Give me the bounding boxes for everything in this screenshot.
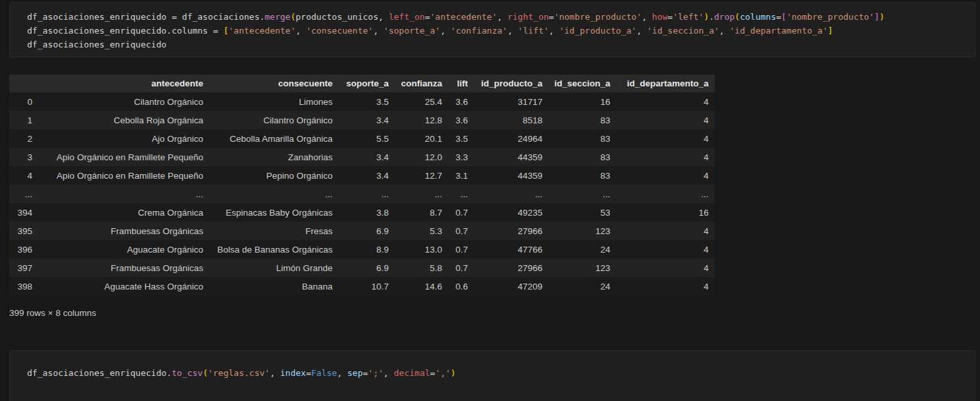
table-row: ........................... [9, 185, 715, 203]
table-cell: 4 [616, 259, 715, 277]
table-header-row: antecedenteconsecuentesoporte_aconfianza… [9, 75, 715, 92]
table-cell: 44359 [474, 148, 548, 166]
table-cell: ... [548, 185, 616, 203]
table-cell: 3.4 [339, 166, 395, 185]
table-cell: 0.7 [448, 240, 474, 259]
table-cell: Frambuesas Orgánicas [38, 222, 209, 240]
table-row: 394Crema OrgánicaEspinacas Baby Orgánica… [9, 203, 715, 222]
table-cell: 16 [548, 92, 616, 111]
table-cell: Fresas [209, 222, 339, 240]
table-cell: 4 [616, 148, 715, 166]
table-cell: 83 [548, 148, 616, 166]
code-line: df_asociaciones_enriquecido.to_csv('regl… [27, 366, 975, 380]
table-cell: 6.9 [339, 259, 395, 277]
table-cell: 31717 [474, 92, 548, 111]
dataframe-table: antecedenteconsecuentesoporte_aconfianza… [9, 75, 715, 295]
column-header: consecuente [209, 75, 339, 92]
row-index-cell: 2 [9, 129, 38, 148]
table-row: 4Apio Orgánico en Ramillete PequeñoPepin… [9, 166, 715, 185]
code-line: df_asociaciones_enriquecido.columns = ['… [27, 24, 975, 38]
table-cell: 47209 [474, 277, 548, 295]
table-cell: ... [448, 185, 474, 203]
table-cell: Espinacas Baby Orgánicas [209, 203, 339, 222]
table-cell: ... [616, 185, 715, 203]
table-cell: Bolsa de Bananas Orgánicas [209, 240, 339, 259]
code-editor-2[interactable]: df_asociaciones_enriquecido.to_csv('regl… [10, 351, 975, 380]
table-cell: 13.0 [395, 240, 448, 259]
column-header: id_departamento_a [616, 75, 715, 92]
table-cell: Frambuesas Orgánicas [38, 259, 209, 277]
table-cell: 27966 [474, 259, 548, 277]
table-cell: 24964 [474, 129, 548, 148]
table-cell: 0.7 [448, 259, 474, 277]
table-cell: Ajo Orgánico [38, 129, 209, 148]
table-cell: ... [339, 185, 395, 203]
table-cell: 4 [616, 129, 715, 148]
table-row: 396Aguacate OrgánicoBolsa de Bananas Org… [9, 240, 715, 259]
table-cell: Pepino Orgánico [209, 166, 339, 185]
table-cell: 24 [548, 277, 616, 295]
table-cell: 8518 [474, 111, 548, 129]
table-cell: 123 [548, 259, 616, 277]
table-cell: 47766 [474, 240, 548, 259]
code-cell-1[interactable]: df_asociaciones_enriquecido = df_asociac… [9, 2, 975, 57]
index-column-header [9, 75, 38, 92]
dataframe-shape-label: 399 rows × 8 columns [9, 308, 96, 318]
table-row: 3Apio Orgánico en Ramillete PequeñoZanah… [9, 148, 715, 166]
code-line: df_asociaciones_enriquecido [27, 38, 975, 51]
table-cell: 4 [616, 111, 715, 129]
table-cell: 8.7 [395, 203, 448, 222]
row-index-cell: 3 [9, 148, 38, 166]
row-index-cell: 395 [9, 222, 38, 240]
table-cell: 0.6 [448, 277, 474, 295]
table-cell: 83 [548, 129, 616, 148]
table-cell: 83 [548, 111, 616, 129]
table-cell: 3.6 [448, 111, 474, 129]
table-cell: 3.1 [448, 166, 474, 185]
table-cell: Limón Grande [209, 259, 339, 277]
table-cell: 14.6 [395, 277, 448, 295]
table-cell: Zanahorias [209, 148, 339, 166]
column-header: antecedente [38, 75, 209, 92]
table-cell: 5.3 [395, 222, 448, 240]
row-index-cell: 398 [9, 277, 38, 295]
table-cell: 4 [616, 166, 715, 185]
row-index-cell: 1 [9, 111, 38, 129]
row-index-cell: 396 [9, 240, 38, 259]
table-cell: Aguacate Orgánico [38, 240, 209, 259]
table-cell: 8.9 [339, 240, 395, 259]
table-cell: 10.7 [339, 277, 395, 295]
table-cell: 3.5 [339, 92, 395, 111]
table-cell: 25.4 [395, 92, 448, 111]
table-cell: Cilantro Orgánico [209, 111, 339, 129]
column-header: soporte_a [339, 75, 395, 92]
code-line: df_asociaciones_enriquecido = df_asociac… [27, 10, 975, 24]
dataframe-output: antecedenteconsecuentesoporte_aconfianza… [9, 75, 715, 295]
table-cell: 3.4 [339, 111, 395, 129]
table-cell: 5.8 [395, 259, 448, 277]
table-cell: 4 [616, 277, 715, 295]
table-cell: Apio Orgánico en Ramillete Pequeño [38, 166, 209, 185]
code-cell-2[interactable]: df_asociaciones_enriquecido.to_csv('regl… [9, 350, 975, 401]
row-index-cell: 0 [9, 92, 38, 111]
table-cell: 0.7 [448, 222, 474, 240]
table-cell: 24 [548, 240, 616, 259]
table-row: 1Cebolla Roja OrgánicaCilantro Orgánico3… [9, 111, 715, 129]
table-row: 2Ajo OrgánicoCebolla Amarilla Orgánica5.… [9, 129, 715, 148]
code-editor-1[interactable]: df_asociaciones_enriquecido = df_asociac… [10, 3, 975, 51]
table-cell: 3.3 [448, 148, 474, 166]
table-cell: 49235 [474, 203, 548, 222]
table-cell: 0.7 [448, 203, 474, 222]
row-index-cell: 397 [9, 259, 38, 277]
table-cell: ... [38, 185, 209, 203]
table-cell: Cebolla Amarilla Orgánica [209, 129, 339, 148]
table-cell: 3.8 [339, 203, 395, 222]
table-cell: Banana [209, 277, 339, 295]
row-index-cell: 394 [9, 203, 38, 222]
column-header: lift [448, 75, 474, 92]
table-cell: 16 [616, 203, 715, 222]
table-cell: 12.7 [395, 166, 448, 185]
table-cell: 83 [548, 166, 616, 185]
table-cell: 5.5 [339, 129, 395, 148]
column-header: confianza [395, 75, 448, 92]
